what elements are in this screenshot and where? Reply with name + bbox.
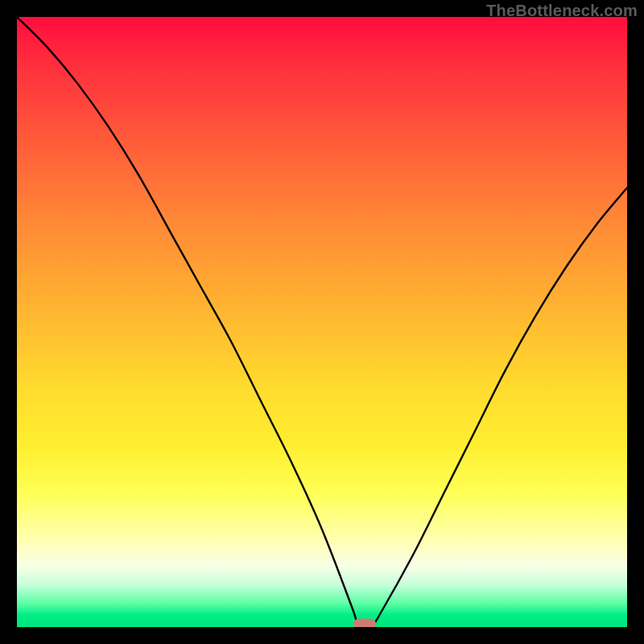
watermark-text: TheBottleneck.com [486,2,638,20]
chart-frame: TheBottleneck.com [0,0,644,644]
minimum-marker [353,619,376,628]
bottleneck-curve [17,17,627,627]
plot-area [17,17,627,627]
